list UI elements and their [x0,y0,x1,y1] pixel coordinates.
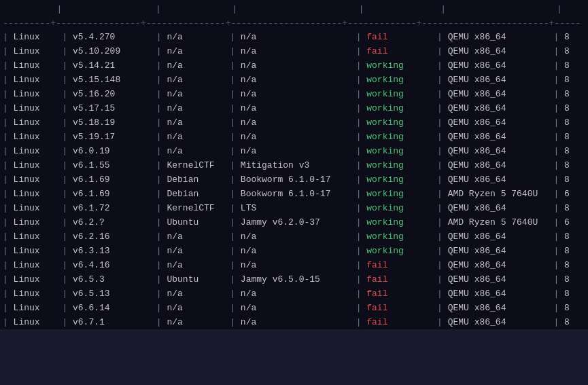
separator-line: ---------+----------------+-------------… [0,17,588,30]
cell-dver: n/a [241,32,351,42]
pipe: | [353,4,369,14]
pipe: | [151,46,167,56]
cell-dver: n/a [241,75,351,85]
cell-cpu: 8 [564,32,570,42]
pipe: | [57,89,73,99]
cell-kver: v6.5.13 [73,289,151,299]
pipe: | [224,89,240,99]
pipe: | [351,32,366,42]
pipe: | [432,132,447,142]
pipe: | [151,317,167,327]
pipe: | [432,217,447,227]
table-row: | Linux | v6.0.19 | n/a | n/a | working … [0,144,588,158]
pipe: | [3,117,14,128]
cell-distro: n/a [167,32,224,42]
table-row: | Linux | v6.1.69 | Debian | Bookworm 6.… [0,172,588,187]
pipe: | [57,75,73,85]
cell-wf: working [366,203,432,213]
cell-distro: Debian [167,189,224,199]
pipe: | [151,246,167,256]
cell-distro: n/a [167,260,224,270]
pipe: | [432,32,447,42]
cell-distro: Ubuntu [167,274,224,285]
pipe: | [549,217,564,227]
pipe: | [151,303,167,313]
pipe: | [224,60,240,71]
cell-kernel: Linux [14,217,57,227]
pipe: | [224,160,240,170]
cell-wf: working [366,60,432,71]
pipe: | [549,132,564,142]
cell-cpu-platform: QEMU x86_64 [448,146,549,156]
pipe: | [351,117,366,128]
cell-cpu-platform: QEMU x86_64 [448,132,549,142]
cell-kver: v5.14.21 [73,60,151,71]
pipe: | [351,289,366,299]
cell-kernel: Linux [14,146,57,156]
cell-wf: working [366,146,432,156]
cell-dver: Mitigation v3 [241,160,351,170]
pipe: | [549,146,564,156]
cell-kver: v6.1.69 [73,175,151,185]
cell-cpu-platform: QEMU x86_64 [448,175,549,185]
pipe: | [151,289,167,299]
cell-wf: fail [366,303,432,313]
pipe: | [549,246,564,256]
pipe: | [351,246,366,256]
pipe: | [224,32,240,42]
pipe: | [151,189,167,199]
pipe: | [351,89,366,99]
cell-wf: working [366,217,432,227]
cell-cpu-platform: AMD Ryzen 5 7640U [448,189,549,199]
pipe: | [3,317,14,327]
cell-wf: working [366,117,432,128]
pipe: | [57,146,73,156]
cell-dver: LTS [241,203,351,213]
table-row: | Linux | v5.4.270 | n/a | n/a | fail | … [0,30,588,44]
cell-cpu-platform: QEMU x86_64 [448,232,549,242]
pipe: | [224,146,240,156]
pipe: | [549,60,564,71]
pipe: | [57,132,73,142]
cell-distro: n/a [167,132,224,142]
pipe: | [351,260,366,270]
table-row: | Linux | v6.4.16 | n/a | n/a | fail | Q… [0,258,588,272]
pipe: | [57,232,73,242]
pipe: | [432,160,447,170]
cell-kver: v6.2.16 [73,232,151,242]
pipe: | [3,132,14,142]
cell-wf: working [366,232,432,242]
pipe: | [432,146,447,156]
pipe: | [435,4,451,14]
pipe: | [224,75,240,85]
cell-kver: v5.15.148 [73,75,151,85]
cell-kernel: Linux [14,32,57,42]
pipe: | [3,60,14,71]
cell-distro: Ubuntu [167,217,224,227]
cell-kver: v6.4.16 [73,260,151,270]
pipe: | [227,4,243,14]
pipe: | [151,146,167,156]
cell-cpu-platform: QEMU x86_64 [448,46,549,56]
cell-cpu: 8 [564,103,570,113]
pipe: | [351,146,366,156]
pipe: | [432,317,447,327]
cell-cpu: 8 [564,75,570,85]
cell-kver: v6.3.13 [73,246,151,256]
pipe: | [224,317,240,327]
cell-kver: v5.10.209 [73,46,151,56]
cell-dver: Jammy v6.5.0-15 [241,274,351,285]
pipe: | [224,232,240,242]
cell-distro: n/a [167,117,224,128]
pipe: | [351,75,366,85]
cell-distro: n/a [167,232,224,242]
pipe: | [351,103,366,113]
pipe: | [57,103,73,113]
table-container: | | | | | | ---------+----------------+-… [0,0,588,329]
cell-kver: v6.7.1 [73,317,151,327]
cell-kernel: Linux [14,75,57,85]
table-row: | Linux | v6.1.69 | Debian | Bookworm 6.… [0,187,588,201]
cell-cpu: 8 [564,160,570,170]
pipe: | [151,60,167,71]
table-row: | Linux | v6.1.72 | KernelCTF | LTS | wo… [0,201,588,215]
